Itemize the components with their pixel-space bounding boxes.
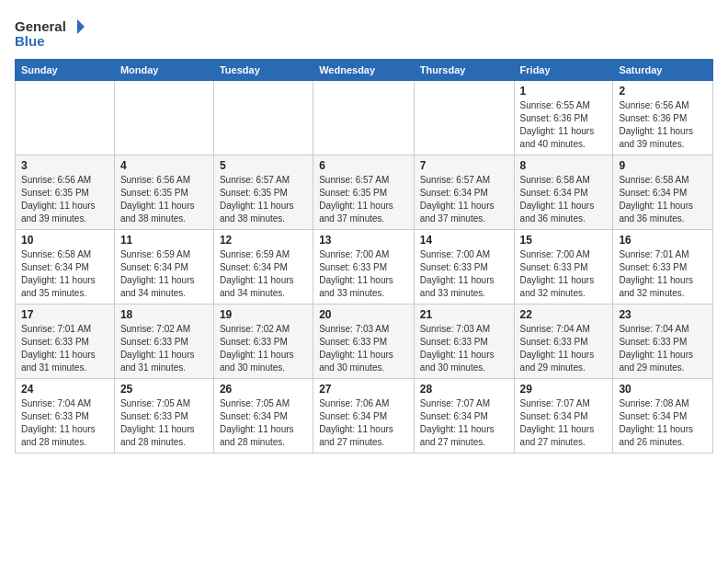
calendar-cell: 19Sunrise: 7:02 AMSunset: 6:33 PMDayligh… <box>213 304 313 379</box>
week-row-5: 24Sunrise: 7:04 AMSunset: 6:33 PMDayligh… <box>16 379 713 454</box>
day-number: 25 <box>120 383 208 396</box>
calendar-cell: 6Sunrise: 6:57 AMSunset: 6:35 PMDaylight… <box>313 155 415 230</box>
day-number: 22 <box>520 308 608 321</box>
day-info: Sunrise: 7:06 AMSunset: 6:34 PMDaylight:… <box>319 397 408 449</box>
day-info: Sunrise: 7:01 AMSunset: 6:33 PMDaylight:… <box>619 248 707 300</box>
day-number: 10 <box>21 234 108 247</box>
calendar-cell: 30Sunrise: 7:08 AMSunset: 6:34 PMDayligh… <box>613 379 713 454</box>
calendar-cell: 14Sunrise: 7:00 AMSunset: 6:33 PMDayligh… <box>414 230 514 304</box>
day-info: Sunrise: 6:58 AMSunset: 6:34 PMDaylight:… <box>619 174 707 225</box>
day-info: Sunrise: 6:57 AMSunset: 6:34 PMDaylight:… <box>420 174 508 225</box>
calendar-cell <box>114 81 213 155</box>
day-info: Sunrise: 7:03 AMSunset: 6:33 PMDaylight:… <box>420 323 508 374</box>
calendar-cell: 17Sunrise: 7:01 AMSunset: 6:33 PMDayligh… <box>16 304 115 379</box>
calendar-cell: 4Sunrise: 6:56 AMSunset: 6:35 PMDaylight… <box>114 155 213 230</box>
day-number: 21 <box>420 308 508 321</box>
svg-marker-2 <box>77 19 85 34</box>
day-number: 20 <box>319 308 408 321</box>
day-number: 19 <box>220 308 307 321</box>
day-info: Sunrise: 7:07 AMSunset: 6:34 PMDaylight:… <box>420 397 508 449</box>
day-info: Sunrise: 7:04 AMSunset: 6:33 PMDaylight:… <box>520 323 608 374</box>
weekday-header-wednesday: Wednesday <box>313 60 415 81</box>
calendar-cell: 2Sunrise: 6:56 AMSunset: 6:36 PMDaylight… <box>613 81 713 155</box>
calendar-cell: 10Sunrise: 6:58 AMSunset: 6:34 PMDayligh… <box>16 230 115 304</box>
day-info: Sunrise: 7:00 AMSunset: 6:33 PMDaylight:… <box>420 248 508 300</box>
weekday-header-friday: Friday <box>514 60 613 81</box>
calendar-cell <box>313 81 415 155</box>
day-info: Sunrise: 6:56 AMSunset: 6:35 PMDaylight:… <box>21 174 108 225</box>
day-number: 14 <box>420 234 508 247</box>
calendar-cell: 1Sunrise: 6:55 AMSunset: 6:36 PMDaylight… <box>514 81 613 155</box>
calendar-cell: 20Sunrise: 7:03 AMSunset: 6:33 PMDayligh… <box>313 304 415 379</box>
day-number: 16 <box>619 234 707 247</box>
day-number: 6 <box>319 159 408 172</box>
calendar-cell: 24Sunrise: 7:04 AMSunset: 6:33 PMDayligh… <box>16 379 115 454</box>
day-number: 13 <box>319 234 408 247</box>
calendar-cell: 25Sunrise: 7:05 AMSunset: 6:33 PMDayligh… <box>114 379 213 454</box>
day-info: Sunrise: 7:08 AMSunset: 6:34 PMDaylight:… <box>619 397 707 449</box>
calendar-cell: 3Sunrise: 6:56 AMSunset: 6:35 PMDaylight… <box>16 155 115 230</box>
weekday-header-saturday: Saturday <box>613 60 713 81</box>
calendar-cell <box>213 81 313 155</box>
calendar-cell: 26Sunrise: 7:05 AMSunset: 6:34 PMDayligh… <box>213 379 313 454</box>
day-info: Sunrise: 6:59 AMSunset: 6:34 PMDaylight:… <box>120 248 208 300</box>
calendar-cell: 7Sunrise: 6:57 AMSunset: 6:34 PMDaylight… <box>414 155 514 230</box>
day-info: Sunrise: 7:02 AMSunset: 6:33 PMDaylight:… <box>120 323 208 374</box>
day-info: Sunrise: 7:04 AMSunset: 6:33 PMDaylight:… <box>21 397 108 449</box>
day-number: 30 <box>619 383 707 396</box>
calendar-cell <box>414 81 514 155</box>
day-number: 24 <box>21 383 108 396</box>
day-info: Sunrise: 7:00 AMSunset: 6:33 PMDaylight:… <box>520 248 608 300</box>
calendar-cell: 29Sunrise: 7:07 AMSunset: 6:34 PMDayligh… <box>514 379 613 454</box>
day-info: Sunrise: 7:05 AMSunset: 6:33 PMDaylight:… <box>120 397 208 449</box>
calendar-cell <box>16 81 115 155</box>
calendar-cell: 11Sunrise: 6:59 AMSunset: 6:34 PMDayligh… <box>114 230 213 304</box>
day-number: 29 <box>520 383 608 396</box>
day-number: 8 <box>520 159 608 172</box>
day-info: Sunrise: 6:56 AMSunset: 6:35 PMDaylight:… <box>120 174 208 225</box>
logo-icon: General Blue <box>15 15 88 52</box>
calendar-cell: 28Sunrise: 7:07 AMSunset: 6:34 PMDayligh… <box>414 379 514 454</box>
day-info: Sunrise: 7:05 AMSunset: 6:34 PMDaylight:… <box>220 397 307 449</box>
day-info: Sunrise: 7:04 AMSunset: 6:33 PMDaylight:… <box>619 323 707 374</box>
day-info: Sunrise: 7:01 AMSunset: 6:33 PMDaylight:… <box>21 323 108 374</box>
logo: General Blue <box>15 15 88 52</box>
calendar-cell: 16Sunrise: 7:01 AMSunset: 6:33 PMDayligh… <box>613 230 713 304</box>
day-info: Sunrise: 7:03 AMSunset: 6:33 PMDaylight:… <box>319 323 408 374</box>
day-info: Sunrise: 6:58 AMSunset: 6:34 PMDaylight:… <box>21 248 108 300</box>
day-number: 26 <box>220 383 307 396</box>
calendar-cell: 9Sunrise: 6:58 AMSunset: 6:34 PMDaylight… <box>613 155 713 230</box>
calendar-cell: 23Sunrise: 7:04 AMSunset: 6:33 PMDayligh… <box>613 304 713 379</box>
weekday-header-thursday: Thursday <box>414 60 514 81</box>
week-row-1: 1Sunrise: 6:55 AMSunset: 6:36 PMDaylight… <box>16 81 713 155</box>
day-number: 11 <box>120 234 208 247</box>
day-info: Sunrise: 6:58 AMSunset: 6:34 PMDaylight:… <box>520 174 608 225</box>
calendar-cell: 21Sunrise: 7:03 AMSunset: 6:33 PMDayligh… <box>414 304 514 379</box>
day-info: Sunrise: 7:07 AMSunset: 6:34 PMDaylight:… <box>520 397 608 449</box>
weekday-header-tuesday: Tuesday <box>213 60 313 81</box>
calendar-cell: 27Sunrise: 7:06 AMSunset: 6:34 PMDayligh… <box>313 379 415 454</box>
day-info: Sunrise: 7:02 AMSunset: 6:33 PMDaylight:… <box>220 323 307 374</box>
calendar-body: 1Sunrise: 6:55 AMSunset: 6:36 PMDaylight… <box>16 81 713 454</box>
calendar-table: SundayMondayTuesdayWednesdayThursdayFrid… <box>15 59 713 454</box>
day-number: 2 <box>619 85 707 98</box>
calendar-cell: 8Sunrise: 6:58 AMSunset: 6:34 PMDaylight… <box>514 155 613 230</box>
calendar-cell: 13Sunrise: 7:00 AMSunset: 6:33 PMDayligh… <box>313 230 415 304</box>
calendar-cell: 15Sunrise: 7:00 AMSunset: 6:33 PMDayligh… <box>514 230 613 304</box>
day-number: 3 <box>21 159 108 172</box>
week-row-2: 3Sunrise: 6:56 AMSunset: 6:35 PMDaylight… <box>16 155 713 230</box>
day-info: Sunrise: 6:57 AMSunset: 6:35 PMDaylight:… <box>220 174 307 225</box>
day-info: Sunrise: 6:56 AMSunset: 6:36 PMDaylight:… <box>619 99 707 151</box>
day-number: 15 <box>520 234 608 247</box>
svg-text:General: General <box>15 18 66 34</box>
day-number: 17 <box>21 308 108 321</box>
day-number: 18 <box>120 308 208 321</box>
header: General Blue <box>15 15 713 52</box>
calendar-cell: 22Sunrise: 7:04 AMSunset: 6:33 PMDayligh… <box>514 304 613 379</box>
day-info: Sunrise: 7:00 AMSunset: 6:33 PMDaylight:… <box>319 248 408 300</box>
calendar-cell: 12Sunrise: 6:59 AMSunset: 6:34 PMDayligh… <box>213 230 313 304</box>
day-number: 7 <box>420 159 508 172</box>
day-number: 27 <box>319 383 408 396</box>
calendar-cell: 18Sunrise: 7:02 AMSunset: 6:33 PMDayligh… <box>114 304 213 379</box>
weekday-header-row: SundayMondayTuesdayWednesdayThursdayFrid… <box>16 60 713 81</box>
